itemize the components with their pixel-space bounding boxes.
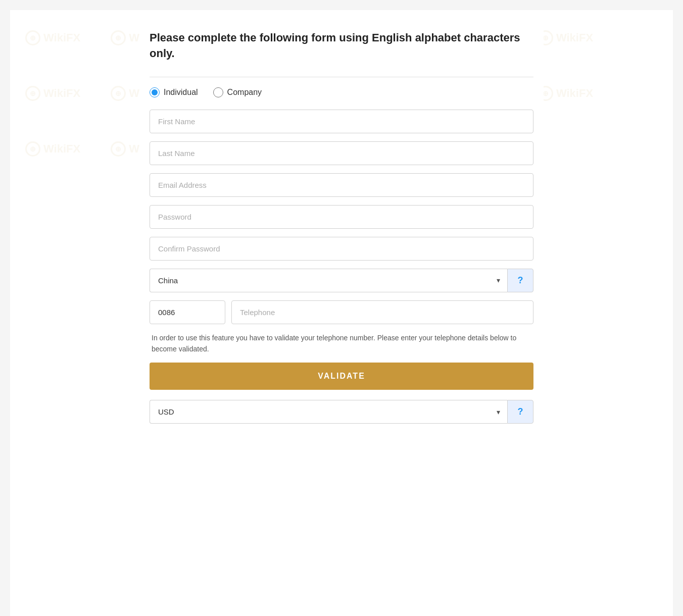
company-option[interactable]: Company — [213, 87, 262, 97]
first-name-group — [150, 110, 533, 133]
header-divider — [150, 77, 533, 77]
password-group — [150, 205, 533, 229]
last-name-input[interactable] — [150, 141, 533, 165]
email-group — [150, 173, 533, 197]
individual-radio[interactable] — [150, 87, 160, 97]
company-label: Company — [227, 88, 262, 97]
registration-form: Please complete the following form using… — [139, 10, 544, 452]
form-title: Please complete the following form using… — [150, 30, 533, 62]
country-select[interactable]: China United States United Kingdom Japan… — [150, 269, 507, 292]
individual-label: Individual — [164, 88, 198, 97]
confirm-password-input[interactable] — [150, 237, 533, 261]
company-radio[interactable] — [213, 87, 223, 97]
currency-select-wrapper: USD EUR GBP JPY CNY ▾ — [150, 400, 507, 424]
form-header: Please complete the following form using… — [150, 30, 533, 62]
email-input[interactable] — [150, 173, 533, 197]
first-name-input[interactable] — [150, 110, 533, 133]
validation-notice: In order to use this feature you have to… — [150, 332, 533, 355]
phone-code-input[interactable] — [150, 300, 225, 324]
country-help-button[interactable]: ? — [507, 269, 533, 292]
validate-button[interactable]: VALIDATE — [150, 363, 533, 390]
currency-row: USD EUR GBP JPY CNY ▾ ? — [150, 400, 533, 424]
currency-help-button[interactable]: ? — [507, 400, 533, 424]
currency-select[interactable]: USD EUR GBP JPY CNY — [150, 400, 507, 424]
account-type-group: Individual Company — [150, 87, 533, 97]
page-wrapper: ⊕ WikiFX ⊕ WikiFX ⊕ WikiFX ⊕ WikiFX ⊕ Wi… — [10, 10, 673, 616]
telephone-input[interactable] — [231, 300, 533, 324]
password-input[interactable] — [150, 205, 533, 229]
country-row: China United States United Kingdom Japan… — [150, 269, 533, 292]
individual-option[interactable]: Individual — [150, 87, 198, 97]
country-select-wrapper: China United States United Kingdom Japan… — [150, 269, 507, 292]
phone-row — [150, 300, 533, 324]
confirm-password-group — [150, 237, 533, 261]
last-name-group — [150, 141, 533, 165]
